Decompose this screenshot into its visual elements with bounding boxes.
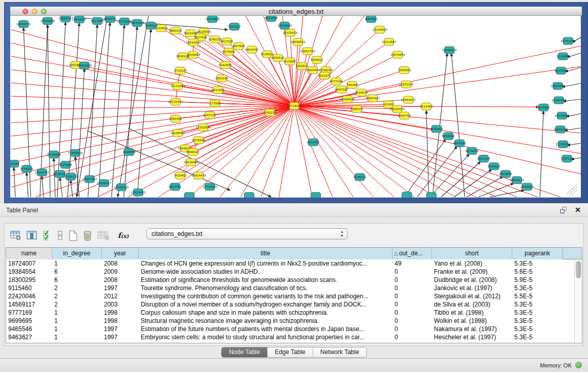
cited-node[interactable]: 16648784 bbox=[442, 47, 457, 54]
cited-node[interactable]: 19218506 bbox=[277, 22, 292, 29]
paper-node[interactable]: 9242848 bbox=[219, 61, 232, 69]
cited-node[interactable]: 135051 bbox=[10, 160, 19, 167]
function-builder-icon[interactable]: f(x) bbox=[115, 231, 132, 239]
scrollbar-thumb[interactable] bbox=[576, 261, 581, 278]
new-file-icon[interactable] bbox=[69, 230, 78, 241]
paper-node[interactable]: 117006 bbox=[209, 100, 221, 107]
cited-node[interactable]: 7857227 bbox=[228, 23, 241, 30]
cited-node[interactable]: 9245652 bbox=[521, 183, 534, 190]
network-window-titlebar[interactable]: citations_edges.txt bbox=[10, 7, 582, 16]
paper-node[interactable]: 9115460 bbox=[420, 103, 433, 110]
table-row[interactable]: 1872400712008Changes of HCN gene express… bbox=[6, 259, 582, 268]
cited-node[interactable]: 8215955 bbox=[537, 104, 550, 111]
paper-node[interactable]: 8427552 bbox=[212, 86, 225, 94]
paper-node[interactable]: 2803144 bbox=[215, 75, 228, 82]
cited-node[interactable]: 1640954 bbox=[430, 125, 443, 133]
show-columns-icon[interactable] bbox=[27, 231, 38, 240]
paper-node[interactable]: 9498222 bbox=[187, 148, 200, 156]
close-panel-icon[interactable]: ✕ bbox=[575, 206, 581, 214]
clear-selection-icon[interactable] bbox=[57, 230, 63, 240]
cited-node[interactable]: 9329966 bbox=[557, 53, 570, 60]
paper-node[interactable]: 12213987 bbox=[382, 38, 397, 46]
cited-node[interactable]: 16210643 bbox=[555, 112, 570, 119]
cited-node[interactable]: 17957253 bbox=[82, 176, 97, 183]
paper-node[interactable]: 2300215 bbox=[264, 109, 276, 116]
memory-status-indicator-icon[interactable] bbox=[575, 362, 582, 368]
cited-node[interactable]: 14035571 bbox=[16, 20, 31, 28]
paper-node[interactable]: 6497508 bbox=[335, 86, 348, 93]
cited-node[interactable] bbox=[427, 192, 437, 198]
column-header-title[interactable]: title bbox=[139, 248, 393, 259]
paper-node[interactable]: 1685490 bbox=[169, 115, 182, 122]
network-graph-canvas[interactable]: 1872400771638228960128891293418226058982… bbox=[10, 16, 581, 198]
table-row[interactable]: 946554611997Estimation of the future num… bbox=[6, 325, 582, 333]
citation-network-graph[interactable]: 1872400771638228960128891293418226058982… bbox=[10, 16, 581, 198]
paper-node[interactable]: 8186328 bbox=[209, 36, 222, 43]
paper-node[interactable]: 8454749 bbox=[246, 46, 258, 53]
paper-node[interactable]: 9890136 bbox=[177, 53, 189, 60]
node-table[interactable]: namein_degreeyeartitle△out_de...shortpag… bbox=[6, 247, 582, 343]
cited-node[interactable]: 12323445 bbox=[131, 189, 146, 196]
paper-node[interactable]: 8522057 bbox=[284, 58, 296, 65]
cited-node[interactable]: 6479197 bbox=[453, 140, 466, 147]
cited-node[interactable]: 1156829 bbox=[20, 165, 33, 172]
cited-node[interactable]: 10654112 bbox=[510, 177, 524, 184]
cited-node[interactable]: 6466161 bbox=[104, 16, 117, 23]
paper-node[interactable]: 9777169 bbox=[330, 78, 343, 85]
column-header-year[interactable]: year bbox=[102, 248, 139, 259]
paper-node[interactable]: 16154808 bbox=[373, 26, 387, 33]
cited-node[interactable]: 1527602 bbox=[91, 17, 104, 25]
paper-node[interactable]: 9495758 bbox=[398, 112, 411, 119]
table-scrollbar[interactable] bbox=[574, 259, 582, 343]
cited-node[interactable]: 9297588 bbox=[59, 161, 72, 168]
paper-node[interactable]: 18107554 bbox=[168, 98, 183, 105]
paper-node[interactable]: 9827508 bbox=[221, 38, 233, 45]
paper-node[interactable]: 7425402 bbox=[174, 172, 187, 179]
cited-node[interactable]: 10653287 bbox=[72, 16, 87, 23]
cited-node[interactable]: 12093857 bbox=[551, 82, 565, 90]
cited-node[interactable]: 7915526 bbox=[145, 22, 158, 29]
table-settings-icon[interactable] bbox=[10, 231, 21, 240]
table-row[interactable]: 1830029562008Estimation of significance … bbox=[6, 276, 582, 284]
cited-node[interactable]: 9457791 bbox=[169, 183, 182, 190]
paper-node[interactable]: 8878344 bbox=[192, 137, 205, 144]
cited-node[interactable] bbox=[402, 192, 412, 198]
column-header-out_degree[interactable]: △out_de... bbox=[393, 248, 432, 259]
cited-node[interactable]: 9245012 bbox=[354, 173, 366, 181]
table-row[interactable]: 911546021997Tourette syndrome. Phenomeno… bbox=[6, 284, 582, 292]
cited-node[interactable]: 1167533 bbox=[561, 155, 574, 162]
cited-node[interactable]: 8471676 bbox=[499, 170, 512, 178]
paper-node[interactable]: 1621072 bbox=[318, 72, 331, 79]
table-row[interactable]: 2242004622012Investigating the contribut… bbox=[6, 292, 582, 300]
cited-node[interactable]: 15692971 bbox=[553, 126, 568, 133]
delete-icon[interactable] bbox=[83, 230, 92, 241]
paper-node[interactable]: 16961758 bbox=[300, 48, 315, 55]
paper-node[interactable]: 12975185 bbox=[399, 81, 414, 88]
float-panel-icon[interactable] bbox=[560, 207, 568, 214]
table-row[interactable]: 1938455462009Genome-wide association stu… bbox=[6, 268, 582, 276]
cited-node[interactable]: 16782753 bbox=[114, 184, 129, 191]
table-row[interactable]: 1456911722003Disruption of a novel membe… bbox=[6, 300, 582, 309]
cited-node[interactable]: 2935114 bbox=[477, 155, 490, 162]
tab-node-table[interactable]: Node Table bbox=[222, 347, 268, 357]
paper-node[interactable]: 12213389 bbox=[170, 82, 185, 90]
paper-node[interactable]: 19904448 bbox=[306, 67, 320, 74]
table-row[interactable]: 969969511998Structural magnetic resonanc… bbox=[6, 317, 582, 325]
cited-node[interactable]: 15751074 bbox=[561, 37, 576, 45]
column-header-short[interactable]: short bbox=[432, 248, 512, 259]
cited-node[interactable]: 2520655 bbox=[123, 148, 136, 156]
select-all-icon[interactable] bbox=[43, 230, 52, 240]
cited-node[interactable]: 9227341 bbox=[555, 67, 568, 74]
paper-node[interactable]: 2718126 bbox=[174, 67, 187, 74]
paper-node[interactable]: 8960128 bbox=[169, 27, 182, 34]
cited-node[interactable]: 16033809 bbox=[205, 16, 220, 23]
paper-node[interactable]: 7485063 bbox=[398, 67, 411, 74]
paper-node[interactable]: 2967608 bbox=[232, 42, 245, 50]
paper-node[interactable]: 7986372 bbox=[351, 105, 363, 113]
table-selector-dropdown[interactable]: citations_edges.txt ▲▼ bbox=[146, 228, 347, 239]
cited-node[interactable] bbox=[311, 192, 321, 198]
cited-node[interactable]: 7932621 bbox=[488, 163, 500, 170]
cited-node[interactable]: 17016504 bbox=[556, 141, 571, 148]
cited-node[interactable]: 12444154 bbox=[552, 97, 567, 104]
table-row[interactable]: 946362711997Embryonic stem cells: a mode… bbox=[6, 333, 582, 341]
